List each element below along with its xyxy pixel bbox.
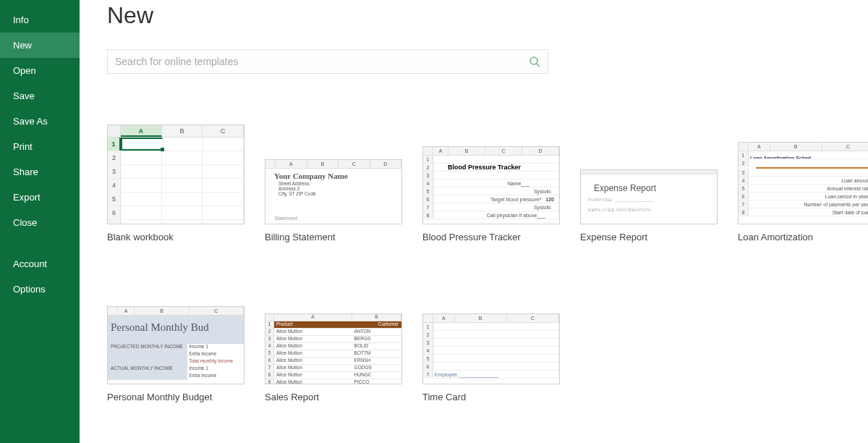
template-label: Blank workbook: [107, 232, 244, 242]
sidebar-item-save-as[interactable]: Save As: [0, 109, 80, 134]
backstage-main: New A B C 1 2 3 4 5 6 7: [80, 0, 868, 443]
sidebar-item-account[interactable]: Account: [0, 251, 80, 277]
backstage-sidebar: Info New Open Save Save As Print Share E…: [0, 0, 80, 443]
template-loan-amortization[interactable]: A B C 1Loan Amortization Sched 2 3 4Loan…: [738, 142, 868, 242]
svg-line-1: [537, 64, 540, 67]
template-search[interactable]: [107, 49, 548, 74]
template-blood-pressure-tracker[interactable]: A B C D 1 2Blood Pressure Tracker 3 4Nam…: [422, 146, 560, 242]
template-billing-statement[interactable]: A B C D Your Company Name Street Address…: [265, 159, 402, 242]
sidebar-item-share[interactable]: Share: [0, 159, 80, 185]
search-icon[interactable]: [529, 56, 540, 67]
svg-point-0: [530, 57, 537, 64]
template-label: Sales Report: [265, 392, 402, 402]
sidebar-item-info[interactable]: Info: [0, 7, 80, 33]
page-title: New: [107, 2, 868, 29]
template-gallery: A B C 1 2 3 4 5 6 7 Blank workbook A B: [107, 125, 868, 402]
template-label: Time Card: [422, 392, 560, 402]
template-thumb: A B C D Your Company Name Street Address…: [265, 159, 402, 224]
sidebar-item-new[interactable]: New: [0, 33, 80, 58]
template-time-card[interactable]: A B C 1 2 3 4 5 6 7Employee ____________…: [422, 313, 560, 402]
sidebar-item-options[interactable]: Options: [0, 277, 80, 302]
search-input[interactable]: [115, 56, 529, 67]
template-personal-monthly-budget[interactable]: A B C Personal Monthly Bud PROJECTED MON…: [107, 306, 244, 402]
template-label: Expense Report: [580, 232, 718, 242]
template-thumb: A B C D 1 2Blood Pressure Tracker 3 4Nam…: [422, 146, 560, 224]
template-thumb: A B C 1 2 3 4 5 6 7: [107, 125, 244, 224]
template-expense-report[interactable]: Expense Report PURPOSE: ______________ E…: [580, 169, 718, 242]
sidebar-item-save[interactable]: Save: [0, 83, 80, 109]
sidebar-item-close[interactable]: Close: [0, 210, 80, 235]
template-label: Loan Amortization: [738, 232, 868, 242]
template-thumb: AB 1ProductCustomer 2Alice MuttonANTON 3…: [265, 313, 402, 384]
template-thumb: A B C Personal Monthly Bud PROJECTED MON…: [107, 306, 244, 384]
template-label: Billing Statement: [265, 232, 402, 242]
template-sales-report[interactable]: AB 1ProductCustomer 2Alice MuttonANTON 3…: [265, 313, 402, 402]
sidebar-item-open[interactable]: Open: [0, 58, 80, 83]
sidebar-item-export[interactable]: Export: [0, 185, 80, 210]
template-blank-workbook[interactable]: A B C 1 2 3 4 5 6 7 Blank workbook: [107, 125, 244, 242]
template-label: Blood Pressure Tracker: [422, 232, 560, 242]
template-label: Personal Monthly Budget: [107, 392, 244, 402]
template-thumb: Expense Report PURPOSE: ______________ E…: [580, 169, 718, 224]
sidebar-item-print[interactable]: Print: [0, 134, 80, 159]
template-thumb: A B C 1Loan Amortization Sched 2 3 4Loan…: [738, 142, 868, 224]
template-thumb: A B C 1 2 3 4 5 6 7Employee ____________…: [422, 313, 560, 384]
